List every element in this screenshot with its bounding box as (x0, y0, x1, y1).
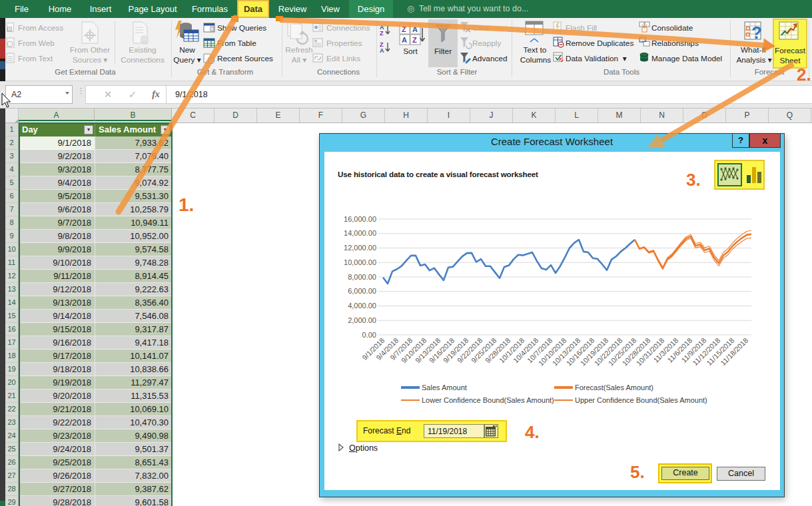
svg-text:0.00: 0.00 (362, 331, 376, 339)
svg-text:A: A (412, 25, 418, 33)
svg-text:14,000.00: 14,000.00 (344, 229, 376, 237)
svg-text:?: ? (751, 23, 762, 43)
svg-text:A: A (402, 36, 407, 44)
svg-text:16,000.00: 16,000.00 (344, 215, 376, 223)
svg-text:8,000.00: 8,000.00 (348, 273, 376, 281)
svg-text:A: A (9, 27, 11, 31)
svg-text:Z: Z (380, 30, 384, 37)
svg-text:10,000.00: 10,000.00 (344, 258, 376, 266)
svg-text:Z: Z (402, 25, 406, 33)
svg-text:12,000.00: 12,000.00 (344, 244, 376, 252)
svg-text:2,000.00: 2,000.00 (348, 316, 376, 324)
svg-text:4,000.00: 4,000.00 (348, 302, 376, 310)
svg-text:6,000.00: 6,000.00 (348, 287, 376, 295)
svg-text:Z: Z (412, 36, 417, 44)
svg-text:A: A (380, 47, 384, 54)
